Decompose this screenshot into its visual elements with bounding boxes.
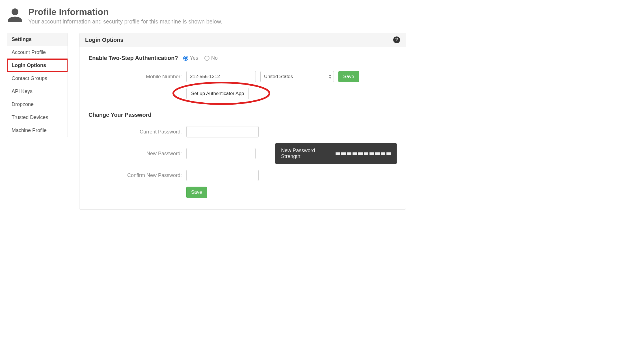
settings-sidebar: Settings Account Profile Login Options C… — [7, 33, 68, 137]
radio-label: Yes — [190, 55, 198, 61]
sidebar-item-contact-groups[interactable]: Contact Groups — [7, 72, 68, 85]
page-title: Profile Information — [28, 7, 222, 17]
twofa-label: Enable Two-Step Authentication? — [88, 55, 178, 61]
strength-label: New Password Strength: — [281, 148, 332, 159]
setup-authenticator-button[interactable]: Set up Authenticator App — [186, 88, 249, 99]
sidebar-item-label: Contact Groups — [12, 75, 47, 81]
sidebar-item-label: Machine Profile — [12, 128, 47, 133]
current-password-input[interactable] — [186, 126, 259, 137]
button-label: Save — [343, 74, 354, 79]
new-password-input[interactable] — [186, 148, 256, 159]
sidebar-item-label: Login Options — [12, 62, 46, 68]
button-label: Save — [191, 189, 202, 195]
sidebar-item-label: Trusted Devices — [12, 115, 48, 120]
confirm-password-input[interactable] — [186, 170, 259, 181]
strength-segments — [336, 152, 391, 155]
sidebar-item-label: Account Profile — [12, 49, 46, 55]
change-password-title: Change Your Password — [88, 112, 397, 118]
mobile-number-label: Mobile Number: — [88, 74, 182, 80]
panel-title: Login Options — [85, 37, 124, 43]
current-password-label: Current Password: — [88, 129, 182, 135]
sidebar-item-trusted-devices[interactable]: Trusted Devices — [7, 111, 68, 124]
twofa-radio-yes[interactable]: Yes — [183, 55, 198, 61]
country-selected-value: United States — [264, 74, 293, 79]
sidebar-item-label: Dropzone — [12, 102, 34, 107]
chevron-updown-icon: ▲▼ — [329, 74, 331, 79]
sidebar-item-api-keys[interactable]: API Keys — [7, 85, 68, 98]
page-subtitle: Your account information and security pr… — [28, 18, 222, 25]
main-panel: Login Options ? Enable Two-Step Authenti… — [79, 33, 406, 210]
mobile-number-input[interactable] — [186, 71, 256, 82]
sidebar-item-account-profile[interactable]: Account Profile — [7, 46, 68, 59]
button-label: Set up Authenticator App — [191, 91, 244, 96]
twofa-radio-no[interactable]: No — [204, 55, 218, 61]
radio-label: No — [211, 55, 218, 61]
sidebar-item-dropzone[interactable]: Dropzone — [7, 98, 68, 111]
sidebar-item-login-options[interactable]: Login Options — [7, 59, 68, 72]
sidebar-title: Settings — [7, 33, 68, 46]
help-icon[interactable]: ? — [393, 36, 400, 43]
country-select[interactable]: United States ▲▼ — [260, 71, 334, 82]
save-mobile-button[interactable]: Save — [338, 71, 359, 82]
radio-icon — [183, 56, 188, 61]
user-icon — [7, 7, 23, 25]
new-password-label: New Password: — [88, 151, 182, 157]
page-header: Profile Information Your account informa… — [7, 7, 406, 25]
radio-icon — [204, 56, 209, 61]
sidebar-item-label: API Keys — [12, 89, 33, 94]
sidebar-item-machine-profile[interactable]: Machine Profile — [7, 124, 68, 137]
password-strength-indicator: New Password Strength: — [275, 143, 397, 164]
confirm-password-label: Confirm New Password: — [88, 172, 182, 178]
save-password-button[interactable]: Save — [186, 187, 207, 198]
